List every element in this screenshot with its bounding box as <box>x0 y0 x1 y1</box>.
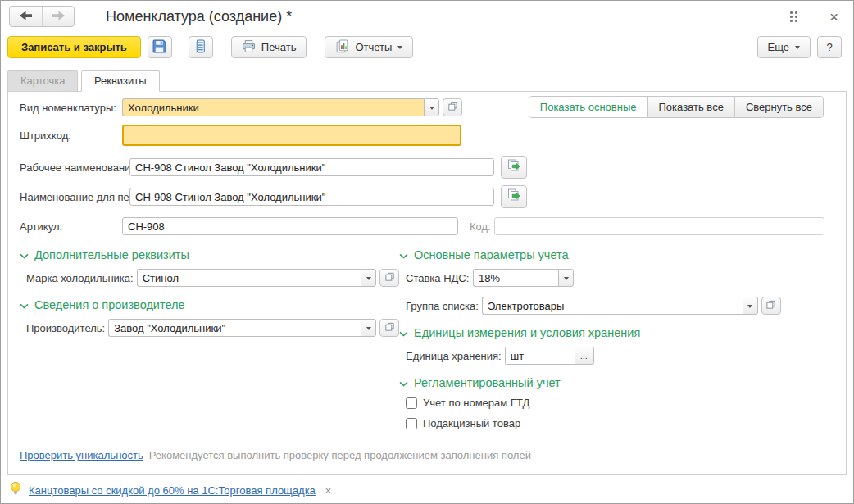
view-mode-group: Показать основные Показать все Свернуть … <box>529 96 824 118</box>
open-form-icon <box>384 320 395 335</box>
unit-input[interactable] <box>505 347 575 365</box>
nomenclature-type-dropdown-button[interactable] <box>424 98 439 116</box>
chevron-down-icon <box>399 376 408 389</box>
list-group-dropdown-button[interactable] <box>743 297 758 315</box>
print-name-label: Наименование для печати: <box>20 191 126 203</box>
manufacturer-combo <box>108 319 376 337</box>
more-actions-button[interactable]: Еще <box>757 36 811 58</box>
chevron-down-icon <box>20 298 29 311</box>
section-additional[interactable]: Дополнительные реквизиты <box>20 248 399 261</box>
nomenclature-type-combo <box>122 98 439 116</box>
check-uniqueness-link[interactable]: Проверить уникальность <box>20 449 143 461</box>
section-units-label: Единицы измерения и условия хранения <box>414 326 640 339</box>
back-arrow-icon <box>20 11 32 23</box>
section-regulated[interactable]: Регламентированный учет <box>399 376 834 389</box>
close-icon[interactable]: × <box>829 9 838 25</box>
print-button-label: Печать <box>261 41 297 53</box>
form-panel: Показать основные Показать все Свернуть … <box>7 91 847 475</box>
print-button[interactable]: Печать <box>231 36 307 58</box>
manufacturer-label: Производитель: <box>26 322 105 334</box>
working-name-fill-button[interactable] <box>501 156 527 179</box>
section-manufacturer-info[interactable]: Сведения о производителе <box>20 298 399 311</box>
reports-button-label: Отчеты <box>355 41 392 53</box>
vat-label: Ставка НДС: <box>406 272 470 284</box>
chevron-down-icon <box>366 277 371 283</box>
forward-button[interactable] <box>42 7 74 26</box>
vat-input[interactable] <box>473 269 558 287</box>
gtd-checkbox-label: Учет по номерам ГТД <box>423 397 529 409</box>
nomenclature-type-input[interactable] <box>122 98 424 116</box>
lightbulb-icon <box>9 481 22 500</box>
promo-link[interactable]: Канцтовары со скидкой до 60% на 1С:Торго… <box>29 484 316 497</box>
manufacturer-input[interactable] <box>108 319 361 337</box>
unit-combo: ... <box>505 347 594 365</box>
barcode-input[interactable] <box>122 125 461 146</box>
open-form-icon <box>384 270 395 285</box>
back-button[interactable] <box>10 7 42 26</box>
chevron-down-icon <box>399 326 408 339</box>
nav-history-group <box>9 6 75 27</box>
brand-open-button[interactable] <box>379 269 399 287</box>
section-regulated-label: Регламентированный учет <box>414 376 561 389</box>
title-bar: Номенклатура (создание) * × <box>1 1 853 32</box>
check-uniqueness-hint: Рекомендуется выполнить проверку перед п… <box>149 449 531 461</box>
article-label: Артикул: <box>20 220 119 233</box>
collapse-all-button[interactable]: Свернуть все <box>734 97 823 117</box>
more-menu-icon[interactable] <box>787 8 802 25</box>
print-name-input[interactable] <box>129 188 494 206</box>
excise-checkbox-label: Подакцизный товар <box>423 417 520 429</box>
gtd-checkbox[interactable] <box>406 397 417 409</box>
page-title: Номенклатура (создание) * <box>106 8 292 25</box>
reports-button[interactable]: Отчеты <box>325 36 413 58</box>
save-button[interactable] <box>148 36 172 58</box>
list-icon <box>193 39 207 56</box>
working-name-input[interactable] <box>129 158 494 176</box>
section-accounting-label: Основные параметры учета <box>414 248 569 261</box>
save-and-close-button[interactable]: Записать и закрыть <box>7 36 141 58</box>
chevron-down-icon <box>366 327 371 333</box>
command-bar: Записать и закрыть Печать Отчеты <box>1 32 853 62</box>
brand-input[interactable] <box>137 269 361 287</box>
forward-arrow-icon <box>52 11 65 23</box>
notification-bar: Канцтовары со скидкой до 60% на 1С:Торго… <box>1 475 853 504</box>
vat-dropdown-button[interactable] <box>558 269 574 287</box>
nomenclature-type-label: Вид номенклатуры: <box>20 102 119 114</box>
unit-select-button[interactable]: ... <box>575 347 594 365</box>
manufacturer-dropdown-button[interactable] <box>361 319 376 337</box>
section-additional-label: Дополнительные реквизиты <box>34 248 189 261</box>
nomenclature-type-open-button[interactable] <box>443 98 462 116</box>
list-group-label: Группа списка: <box>406 300 479 312</box>
show-list-button[interactable] <box>189 36 213 58</box>
right-column: Основные параметры учета Ставка НДС: Гру… <box>399 248 834 438</box>
brand-combo <box>137 269 376 287</box>
working-name-label: Рабочее наименование: <box>20 161 126 174</box>
copy-name-icon <box>506 158 521 176</box>
printer-icon <box>242 39 256 56</box>
print-name-fill-button[interactable] <box>501 185 527 208</box>
open-form-icon <box>765 298 776 313</box>
open-form-icon <box>447 100 458 115</box>
help-button[interactable]: ? <box>817 36 842 58</box>
manufacturer-open-button[interactable] <box>379 319 399 337</box>
section-units[interactable]: Единицы измерения и условия хранения <box>399 326 834 339</box>
chevron-down-icon <box>564 277 569 283</box>
brand-dropdown-button[interactable] <box>361 269 376 287</box>
excise-checkbox[interactable] <box>406 418 417 429</box>
section-manufacturer-info-label: Сведения о производителе <box>34 298 185 311</box>
chevron-down-icon <box>795 46 800 52</box>
list-group-open-button[interactable] <box>761 297 781 315</box>
tab-details[interactable]: Реквизиты <box>81 70 160 92</box>
more-actions-label: Еще <box>768 41 789 53</box>
notification-close-icon[interactable]: × <box>325 484 332 497</box>
chevron-down-icon <box>747 305 752 311</box>
show-all-button[interactable]: Показать все <box>647 97 734 117</box>
tab-strip: Карточка Реквизиты <box>1 70 853 91</box>
section-accounting[interactable]: Основные параметры учета <box>399 248 834 261</box>
article-input[interactable] <box>122 217 458 235</box>
list-group-input[interactable] <box>482 297 743 315</box>
tab-card[interactable]: Карточка <box>7 70 78 92</box>
code-label: Код: <box>470 220 491 233</box>
chevron-down-icon <box>397 46 402 52</box>
code-input[interactable] <box>494 217 824 235</box>
show-main-button[interactable]: Показать основные <box>529 97 647 117</box>
